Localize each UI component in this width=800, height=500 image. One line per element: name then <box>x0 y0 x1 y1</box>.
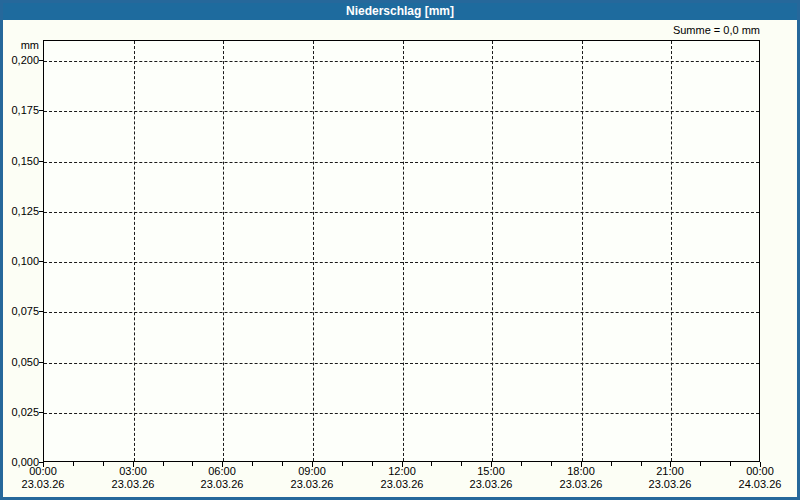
x-tick-date: 23.03.26 <box>367 478 437 491</box>
horizontal-gridline <box>44 363 759 364</box>
chart-window: Niederschlag [mm] Summe = 0,0 mm mm 0,00… <box>0 0 800 500</box>
x-minor-tick-mark <box>700 462 701 466</box>
x-tick-date: 23.03.26 <box>187 478 257 491</box>
x-tick-label: 03:0023.03.26 <box>98 465 168 491</box>
x-tick-label: 21:0023.03.26 <box>635 465 705 491</box>
x-minor-tick-mark <box>521 462 522 466</box>
horizontal-gridline <box>44 162 759 163</box>
x-minor-tick-mark <box>342 462 343 466</box>
y-tick-label: 0,100 <box>3 255 39 268</box>
y-tick-mark <box>39 60 43 61</box>
x-tick-date: 24.03.26 <box>725 478 795 491</box>
horizontal-gridline <box>44 262 759 263</box>
x-tick-time: 15:00 <box>456 465 526 478</box>
x-minor-tick-mark <box>252 462 253 466</box>
x-tick-date: 23.03.26 <box>8 478 78 491</box>
horizontal-gridline <box>44 312 759 313</box>
y-tick-label: 0,075 <box>3 305 39 318</box>
x-tick-label: 15:0023.03.26 <box>456 465 526 491</box>
x-tick-time: 09:00 <box>277 465 347 478</box>
x-tick-time: 21:00 <box>635 465 705 478</box>
y-tick-mark <box>39 110 43 111</box>
x-tick-date: 23.03.26 <box>456 478 526 491</box>
y-tick-label: 0,050 <box>3 356 39 369</box>
x-minor-tick-mark <box>73 462 74 466</box>
x-tick-label: 06:0023.03.26 <box>187 465 257 491</box>
x-tick-date: 23.03.26 <box>635 478 705 491</box>
x-tick-time: 18:00 <box>546 465 616 478</box>
chart-content: Summe = 0,0 mm mm 0,0000,0250,0500,0750,… <box>3 20 797 497</box>
sum-label: Summe = 0,0 mm <box>673 24 760 37</box>
x-minor-tick-mark <box>431 462 432 466</box>
horizontal-gridline <box>44 212 759 213</box>
x-tick-time: 06:00 <box>187 465 257 478</box>
vertical-gridline <box>671 41 672 461</box>
y-axis-unit: mm <box>3 39 39 51</box>
y-tick-mark <box>39 311 43 312</box>
y-tick-label: 0,150 <box>3 155 39 168</box>
x-tick-label: 12:0023.03.26 <box>367 465 437 491</box>
x-tick-date: 23.03.26 <box>98 478 168 491</box>
x-tick-time: 03:00 <box>98 465 168 478</box>
vertical-gridline <box>582 41 583 461</box>
x-tick-date: 23.03.26 <box>546 478 616 491</box>
vertical-gridline <box>313 41 314 461</box>
x-tick-time: 12:00 <box>367 465 437 478</box>
y-tick-mark <box>39 261 43 262</box>
y-tick-label: 0,175 <box>3 104 39 117</box>
horizontal-gridline <box>44 111 759 112</box>
vertical-gridline <box>134 41 135 461</box>
x-tick-label: 09:0023.03.26 <box>277 465 347 491</box>
x-tick-time: 00:00 <box>8 465 78 478</box>
y-tick-mark <box>39 362 43 363</box>
y-tick-mark <box>39 161 43 162</box>
x-tick-label: 00:0023.03.26 <box>8 465 78 491</box>
x-tick-time: 00:00 <box>725 465 795 478</box>
vertical-gridline <box>223 41 224 461</box>
x-tick-date: 23.03.26 <box>277 478 347 491</box>
y-tick-label: 0,200 <box>3 54 39 67</box>
x-tick-label: 00:0024.03.26 <box>725 465 795 491</box>
x-minor-tick-mark <box>611 462 612 466</box>
horizontal-gridline <box>44 413 759 414</box>
chart-title-bar: Niederschlag [mm] <box>3 3 797 20</box>
vertical-gridline <box>492 41 493 461</box>
y-tick-label: 0,025 <box>3 406 39 419</box>
x-minor-tick-mark <box>163 462 164 466</box>
vertical-gridline <box>403 41 404 461</box>
x-tick-label: 18:0023.03.26 <box>546 465 616 491</box>
y-tick-mark <box>39 211 43 212</box>
chart-title: Niederschlag [mm] <box>346 4 454 18</box>
y-tick-mark <box>39 412 43 413</box>
horizontal-gridline <box>44 61 759 62</box>
plot-area <box>43 40 760 462</box>
y-tick-label: 0,125 <box>3 205 39 218</box>
